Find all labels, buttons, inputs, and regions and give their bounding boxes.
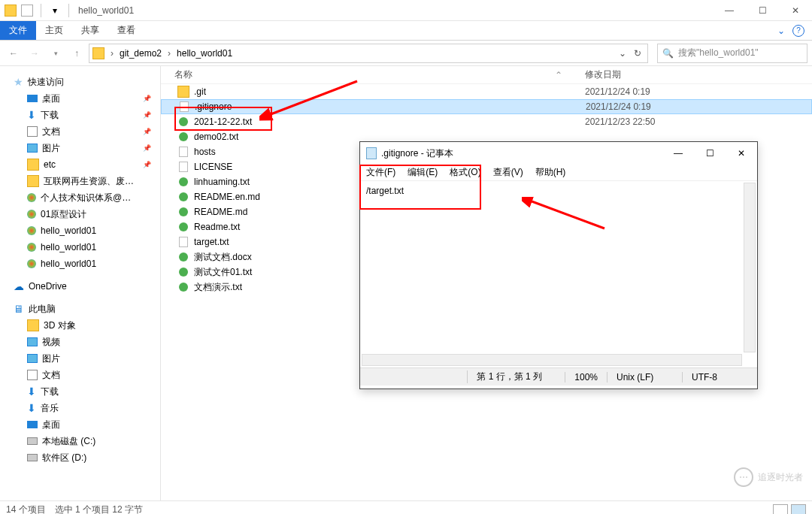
sidebar-item[interactable]: hello_world01 xyxy=(0,239,160,255)
line-ending: Unix (LF) xyxy=(607,372,682,382)
md-icon xyxy=(177,176,189,188)
sidebar-item[interactable]: hello_world01 xyxy=(0,222,160,239)
folder-icon xyxy=(27,175,39,187)
minimize-button[interactable]: — xyxy=(713,0,746,21)
recent-dropdown[interactable]: ▾ xyxy=(47,44,65,62)
breadcrumb-item[interactable]: git_demo2 xyxy=(120,48,162,59)
encoding: UTF-8 xyxy=(682,372,757,382)
pin-icon: 📌 xyxy=(143,111,151,119)
sort-indicator-icon: ⌃ xyxy=(555,70,562,80)
sidebar-item[interactable]: 软件区 (D:) xyxy=(0,449,160,466)
tab-home[interactable]: 主页 xyxy=(36,21,72,40)
forward-button[interactable]: → xyxy=(26,44,44,62)
sidebar-item[interactable]: 01原型设计 xyxy=(0,206,160,222)
menu-help[interactable]: 帮助(H) xyxy=(535,166,566,179)
sidebar-item[interactable]: ⬇下载 xyxy=(0,383,160,400)
sidebar-item[interactable]: etc📌 xyxy=(0,156,160,173)
tab-view[interactable]: 查看 xyxy=(108,21,144,40)
wechat-icon: ⋯ xyxy=(734,467,753,487)
sidebar-this-pc[interactable]: 🖥此电脑 xyxy=(0,301,160,317)
label: 图片 xyxy=(42,352,60,365)
md-icon xyxy=(177,251,189,263)
details-view-button[interactable] xyxy=(773,504,788,515)
folder-icon xyxy=(27,159,39,171)
menu-file[interactable]: 文件(F) xyxy=(366,166,395,179)
maximize-button[interactable]: ☐ xyxy=(746,0,779,21)
file-date: 2021/12/23 22:50 xyxy=(585,116,655,127)
expand-ribbon-icon[interactable]: ⌄ xyxy=(777,26,785,36)
close-button[interactable]: ✕ xyxy=(726,142,757,165)
desk-icon xyxy=(27,95,38,102)
file-row[interactable]: .git2021/12/24 0:19 xyxy=(161,84,812,99)
md-icon xyxy=(177,191,189,203)
label: 此电脑 xyxy=(29,303,56,316)
md-icon xyxy=(177,206,189,218)
maximize-button[interactable]: ☐ xyxy=(694,142,726,165)
dropdown-icon[interactable]: ▾ xyxy=(49,5,61,17)
tab-file[interactable]: 文件 xyxy=(0,21,36,40)
back-button[interactable]: ← xyxy=(5,44,23,62)
file-row[interactable]: 2021-12-22.txt2021/12/23 22:50 xyxy=(161,114,812,129)
txt-icon xyxy=(178,101,190,113)
column-name[interactable]: 名称⌃ xyxy=(174,68,585,81)
sidebar-item[interactable]: 桌面 xyxy=(0,416,160,433)
sidebar-item[interactable]: ⬇下载📌 xyxy=(0,107,160,123)
pic-icon xyxy=(27,337,38,346)
chevron-right-icon[interactable]: › xyxy=(111,48,114,59)
sidebar-item[interactable]: 3D 对象 xyxy=(0,317,160,334)
gg-icon xyxy=(27,193,36,202)
cloud-icon: ☁ xyxy=(14,280,24,292)
label: 桌面 xyxy=(42,419,60,431)
up-button[interactable]: ↑ xyxy=(68,44,86,62)
close-button[interactable]: ✕ xyxy=(779,0,812,21)
md-icon xyxy=(177,116,189,128)
tab-share[interactable]: 共享 xyxy=(72,21,108,40)
search-placeholder: 搜索"hello_world01" xyxy=(678,47,759,59)
gg-icon xyxy=(27,226,36,235)
minimize-button[interactable]: — xyxy=(662,142,694,165)
sidebar-item[interactable]: 本地磁盘 (C:) xyxy=(0,433,160,449)
file-name: 2021-12-22.txt xyxy=(194,116,585,127)
file-row[interactable]: .gitignore2021/12/24 0:19 xyxy=(161,99,812,114)
notepad-editor[interactable]: /target.txt xyxy=(360,181,757,367)
menu-view[interactable]: 查看(V) xyxy=(493,166,523,179)
pin-icon: 📌 xyxy=(143,95,151,102)
help-icon[interactable]: ? xyxy=(792,25,804,37)
scrollbar-horizontal[interactable] xyxy=(362,354,742,366)
column-date[interactable]: 修改日期 xyxy=(585,68,812,81)
address-bar[interactable]: › git_demo2 › hello_world01 ⌄ ↻ xyxy=(89,44,648,63)
sidebar-onedrive[interactable]: ☁OneDrive xyxy=(0,278,160,295)
sidebar-item[interactable]: 个人技术知识体系@吴川三 xyxy=(0,189,160,206)
search-input[interactable]: 🔍 搜索"hello_world01" xyxy=(657,44,807,63)
folder-icon xyxy=(177,86,189,98)
notepad-icon xyxy=(366,147,377,159)
title-bar: ▾ hello_world01 — ☐ ✕ xyxy=(0,0,812,21)
label: OneDrive xyxy=(29,281,67,292)
chevron-right-icon[interactable]: › xyxy=(168,48,171,59)
sidebar-item[interactable]: 视频 xyxy=(0,334,160,350)
menu-format[interactable]: 格式(O) xyxy=(450,166,480,179)
sidebar-quick-access[interactable]: ★快速访问 xyxy=(0,74,160,90)
breadcrumb-item[interactable]: hello_world01 xyxy=(177,48,232,59)
zoom-level: 100% xyxy=(565,372,607,382)
navigation-pane: ★快速访问 桌面📌⬇下载📌文档📌图片📌etc📌互联网再生资源、废品回收个人技术知… xyxy=(0,66,161,500)
notepad-menu: 文件(F) 编辑(E) 格式(O) 查看(V) 帮助(H) xyxy=(360,165,757,181)
sidebar-item[interactable]: 互联网再生资源、废品回收 xyxy=(0,173,160,189)
txt-icon xyxy=(177,236,189,248)
sidebar-item[interactable]: 图片 xyxy=(0,350,160,367)
pin-icon: 📌 xyxy=(143,144,151,152)
desk-icon xyxy=(27,421,38,428)
sidebar-item[interactable]: ⬇音乐 xyxy=(0,400,160,416)
scrollbar-vertical[interactable] xyxy=(744,183,756,352)
sidebar-item[interactable]: 桌面📌 xyxy=(0,90,160,107)
refresh-icon[interactable]: ↻ xyxy=(634,48,641,59)
icons-view-button[interactable] xyxy=(791,504,806,515)
sidebar-item[interactable]: 文档📌 xyxy=(0,123,160,140)
sidebar-item[interactable]: 图片📌 xyxy=(0,140,160,156)
dropdown-icon[interactable]: ⌄ xyxy=(619,48,626,59)
sidebar-item[interactable]: hello_world01 xyxy=(0,255,160,272)
menu-edit[interactable]: 编辑(E) xyxy=(408,166,438,179)
md-icon xyxy=(177,131,189,143)
notepad-title: .gitignore - 记事本 xyxy=(381,147,658,160)
sidebar-item[interactable]: 文档 xyxy=(0,367,160,383)
